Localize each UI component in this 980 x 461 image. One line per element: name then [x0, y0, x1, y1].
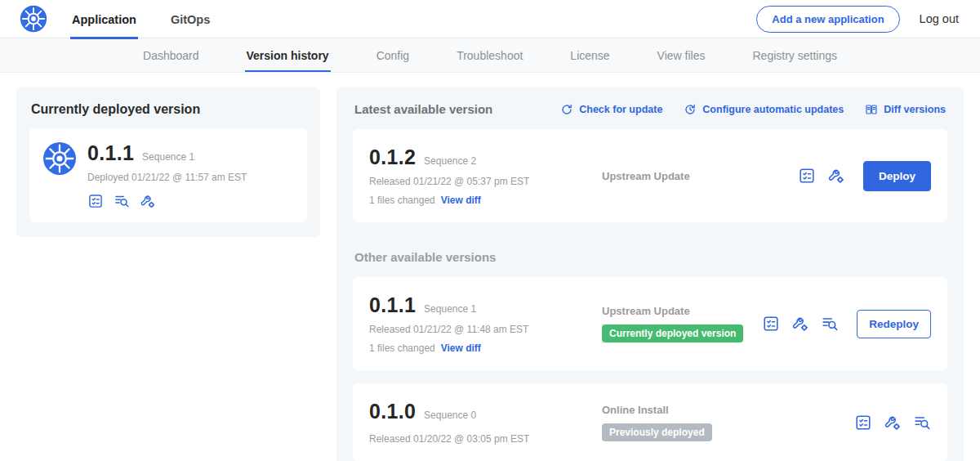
- version-number: 0.1.1: [369, 293, 416, 317]
- version-number: 0.1.2: [369, 145, 416, 169]
- version-released: Released 01/20/22 @ 03:05 pm EST: [369, 433, 602, 445]
- version-sequence: Sequence 2: [424, 155, 476, 167]
- version-card-0-1-0: 0.1.0 Sequence 0 Released 01/20/22 @ 03:…: [353, 383, 947, 461]
- edit-config-icon[interactable]: [791, 315, 809, 333]
- version-sequence: Sequence 1: [424, 303, 476, 315]
- version-released: Released 01/21/22 @ 11:48 am EST: [369, 324, 602, 335]
- subnav-registry-settings[interactable]: Registry settings: [753, 38, 837, 72]
- app-subnav: Dashboard Version history Config Trouble…: [0, 38, 980, 73]
- version-source: Upstream Update: [602, 305, 754, 317]
- tab-gitops[interactable]: GitOps: [169, 0, 212, 38]
- top-header: Application GitOps Add a new application…: [0, 0, 980, 38]
- view-files-icon[interactable]: [821, 315, 839, 333]
- clock-refresh-icon: [684, 103, 697, 116]
- kubernetes-logo-icon: [20, 5, 47, 33]
- version-history-panel: Latest available version Check for updat…: [336, 87, 964, 461]
- edit-config-icon[interactable]: [827, 167, 845, 185]
- version-card-latest: 0.1.2 Sequence 2 Released 01/21/22 @ 05:…: [353, 129, 947, 222]
- deployed-version-number: 0.1.1: [87, 141, 134, 165]
- release-notes-icon[interactable]: [87, 193, 104, 209]
- latest-available-title: Latest available version: [354, 102, 492, 116]
- currently-deployed-title: Currently deployed version: [31, 102, 307, 117]
- subnav-dashboard[interactable]: Dashboard: [143, 38, 199, 72]
- subnav-version-history[interactable]: Version history: [247, 38, 329, 72]
- main-content: Currently deployed version 0.1.1 Sequenc…: [0, 73, 980, 461]
- diff-versions-label: Diff versions: [884, 104, 946, 115]
- view-files-icon[interactable]: [114, 193, 130, 209]
- deployed-timestamp: Deployed 01/21/22 @ 11:57 am EST: [87, 172, 247, 183]
- deployed-sequence: Sequence 1: [142, 151, 194, 163]
- subnav-config[interactable]: Config: [376, 38, 409, 72]
- redeploy-button[interactable]: Redeploy: [857, 310, 931, 338]
- tab-gitops-label: GitOps: [171, 13, 210, 26]
- deployed-version-card: 0.1.1 Sequence 1 Deployed 01/21/22 @ 11:…: [29, 128, 307, 222]
- logout-link[interactable]: Log out: [920, 12, 959, 25]
- version-released: Released 01/21/22 @ 05:37 pm EST: [369, 176, 602, 187]
- tab-application-label: Application: [72, 13, 136, 26]
- edit-config-icon[interactable]: [884, 414, 902, 432]
- refresh-icon: [560, 103, 573, 116]
- files-changed: 1 files changed: [369, 342, 435, 354]
- files-changed: 1 files changed: [369, 195, 435, 206]
- app-kubernetes-icon: [42, 141, 77, 176]
- configure-auto-updates-label: Configure automatic updates: [702, 104, 844, 115]
- tab-application[interactable]: Application: [70, 0, 138, 38]
- subnav-license[interactable]: License: [570, 38, 609, 72]
- view-diff-link[interactable]: View diff: [441, 342, 481, 354]
- currently-deployed-badge: Currently deployed version: [602, 324, 743, 342]
- release-notes-icon[interactable]: [854, 414, 872, 432]
- configure-auto-updates-link[interactable]: Configure automatic updates: [684, 103, 844, 116]
- deploy-button[interactable]: Deploy: [863, 161, 931, 191]
- subnav-view-files[interactable]: View files: [657, 38, 706, 72]
- add-application-button[interactable]: Add a new application: [756, 6, 899, 33]
- check-for-update-link[interactable]: Check for update: [560, 103, 662, 116]
- previously-deployed-badge: Previously deployed: [602, 423, 712, 441]
- edit-config-icon[interactable]: [140, 193, 156, 209]
- diff-icon: [865, 103, 878, 116]
- view-diff-link[interactable]: View diff: [441, 195, 481, 206]
- top-nav: Application GitOps: [70, 0, 243, 38]
- version-sequence: Sequence 0: [424, 410, 476, 421]
- version-card-0-1-1: 0.1.1 Sequence 1 Released 01/21/22 @ 11:…: [353, 277, 947, 370]
- currently-deployed-panel: Currently deployed version 0.1.1 Sequenc…: [16, 87, 320, 237]
- release-notes-icon[interactable]: [762, 315, 780, 333]
- version-source: Online Install: [602, 404, 846, 416]
- check-for-update-label: Check for update: [579, 104, 662, 115]
- version-number: 0.1.0: [369, 400, 416, 423]
- view-files-icon[interactable]: [913, 414, 931, 432]
- version-source: Upstream Update: [602, 170, 790, 182]
- subnav-troubleshoot[interactable]: Troubleshoot: [457, 38, 523, 72]
- other-versions-title: Other available versions: [354, 250, 946, 264]
- release-notes-icon[interactable]: [798, 167, 816, 185]
- diff-versions-link[interactable]: Diff versions: [865, 103, 946, 116]
